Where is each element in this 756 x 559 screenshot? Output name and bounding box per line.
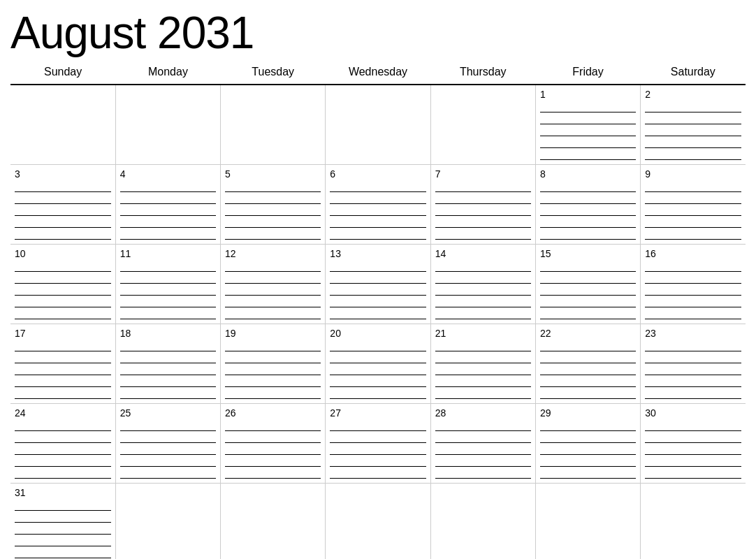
write-line — [435, 300, 531, 307]
header-saturday: Saturday — [641, 63, 746, 85]
write-line — [540, 265, 636, 272]
write-line — [15, 539, 111, 546]
calendar-cell — [326, 484, 430, 560]
write-line — [120, 460, 216, 467]
calendar-cell: 7 — [430, 165, 535, 245]
write-line — [330, 344, 426, 351]
day-number: 9 — [645, 168, 741, 180]
writing-lines — [435, 265, 531, 319]
writing-lines — [225, 344, 321, 399]
write-line — [330, 472, 426, 479]
day-number: 29 — [540, 407, 636, 419]
write-line — [15, 424, 111, 431]
write-line — [120, 185, 216, 192]
write-line — [435, 424, 531, 431]
write-line — [225, 265, 321, 272]
write-line — [15, 265, 111, 272]
write-line — [540, 368, 636, 375]
write-line — [435, 368, 531, 375]
day-number: 21 — [435, 328, 531, 339]
day-number: 22 — [540, 328, 636, 339]
write-line — [540, 436, 636, 443]
write-line — [330, 448, 426, 455]
write-line — [225, 368, 321, 375]
write-line — [15, 368, 111, 375]
calendar-week-2: 3456789 — [10, 165, 746, 245]
calendar-cell: 21 — [430, 324, 535, 404]
write-line — [15, 551, 111, 558]
day-number: 28 — [435, 407, 531, 419]
write-line — [645, 424, 741, 431]
day-number: 11 — [120, 248, 216, 259]
calendar-cell: 27 — [326, 404, 430, 484]
write-line — [540, 460, 636, 467]
write-line — [120, 448, 216, 455]
write-line — [330, 185, 426, 192]
write-line — [120, 344, 216, 351]
write-line — [435, 221, 531, 228]
day-number: 10 — [15, 248, 111, 259]
writing-lines — [15, 344, 111, 399]
write-line — [540, 289, 636, 296]
write-line — [540, 141, 636, 148]
header-wednesday: Wednesday — [326, 63, 430, 85]
write-line — [225, 380, 321, 387]
write-line — [225, 460, 321, 467]
calendar-cell: 24 — [10, 404, 115, 484]
calendar-cell: 8 — [535, 165, 640, 245]
calendar-cell: 31 — [10, 484, 115, 560]
calendar-cell: 15 — [535, 245, 640, 324]
writing-lines — [225, 265, 321, 319]
write-line — [120, 392, 216, 399]
write-line — [435, 197, 531, 204]
calendar-cell: 30 — [641, 404, 746, 484]
write-line — [330, 424, 426, 431]
write-line — [645, 368, 741, 375]
day-number: 19 — [225, 328, 321, 339]
write-line — [15, 185, 111, 192]
calendar-cell — [535, 484, 640, 560]
write-line — [120, 356, 216, 363]
calendar-cell: 25 — [115, 404, 220, 484]
write-line — [120, 209, 216, 216]
write-line — [330, 380, 426, 387]
write-line — [330, 197, 426, 204]
write-line — [15, 233, 111, 240]
write-line — [120, 312, 216, 319]
write-line — [120, 424, 216, 431]
write-line — [645, 380, 741, 387]
calendar-cell — [221, 85, 326, 165]
write-line — [645, 460, 741, 467]
write-line — [645, 209, 741, 216]
write-line — [330, 233, 426, 240]
calendar-cell — [115, 484, 220, 560]
write-line — [435, 460, 531, 467]
write-line — [435, 436, 531, 443]
write-line — [15, 300, 111, 307]
write-line — [540, 209, 636, 216]
write-line — [225, 436, 321, 443]
writing-lines — [435, 344, 531, 399]
write-line — [645, 106, 741, 112]
writing-lines — [330, 185, 426, 240]
calendar-cell: 20 — [326, 324, 430, 404]
calendar-cell: 11 — [115, 245, 220, 324]
write-line — [645, 356, 741, 363]
write-line — [435, 209, 531, 216]
write-line — [120, 368, 216, 375]
writing-lines — [330, 424, 426, 479]
writing-lines — [330, 344, 426, 399]
write-line — [330, 277, 426, 284]
write-line — [225, 448, 321, 455]
write-line — [120, 380, 216, 387]
write-line — [225, 300, 321, 307]
writing-lines — [540, 424, 636, 479]
writing-lines — [120, 424, 216, 479]
write-line — [540, 153, 636, 160]
header-tuesday: Tuesday — [221, 63, 326, 85]
write-line — [645, 185, 741, 192]
calendar-week-5: 24252627282930 — [10, 404, 746, 484]
write-line — [645, 117, 741, 124]
write-line — [435, 472, 531, 479]
calendar-cell — [10, 85, 115, 165]
